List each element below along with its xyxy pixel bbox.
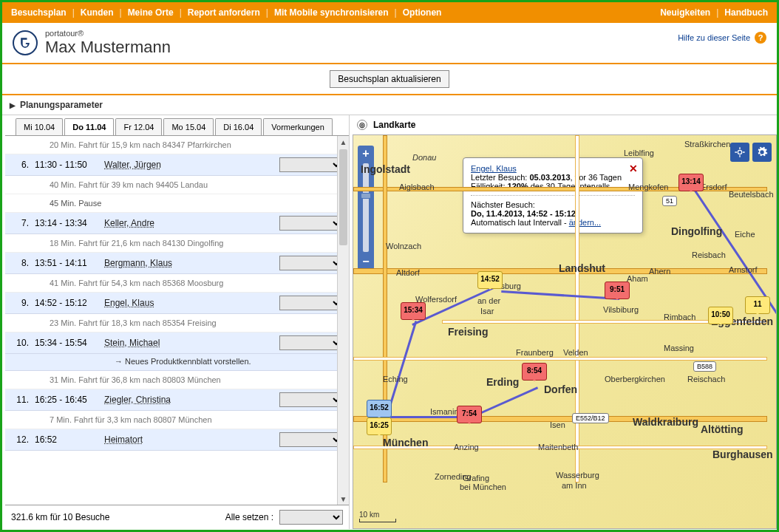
city-label: Reischach	[687, 375, 725, 383]
planning-params-toggle[interactable]: ▶ Planungsparameter	[2, 95, 777, 115]
drive-row: 20 Min. Fahrt für 15,9 km nach 84347 Pfa…	[5, 136, 349, 154]
visit-time: 16:52	[35, 434, 98, 445]
customer-link[interactable]: Keller, Andre	[104, 218, 154, 228]
visit-action-select[interactable]	[279, 216, 343, 231]
city-label: Arnstorf	[729, 265, 758, 274]
scroll-up-icon[interactable]: ▲	[338, 136, 349, 148]
city-label: Aham	[627, 274, 648, 283]
customer-link[interactable]: Bergmann, Klaus	[104, 258, 172, 268]
city-label: Beutelsbach	[729, 190, 774, 199]
gear-icon[interactable]	[752, 143, 772, 162]
popup-close-icon[interactable]: ✕	[629, 163, 638, 174]
map-title: Landkarte	[373, 120, 415, 130]
tab-do-11-04[interactable]: Do 11.04	[64, 118, 114, 135]
city-label: Straßkirchen	[684, 140, 730, 149]
update-plan-button[interactable]: Besuchsplan aktualisieren	[330, 70, 449, 88]
nav-report-anfordern[interactable]: Report anfordern	[188, 7, 260, 18]
map[interactable]: + − ✕ Engel, Klaus Letzter Besuch: 05.03…	[353, 134, 777, 529]
nav-kunden[interactable]: Kunden	[81, 7, 114, 18]
tab-vormerkungen[interactable]: Vormerkungen	[263, 118, 333, 135]
map-marker[interactable]: 13:14	[678, 174, 704, 191]
city-label: Wasserburg	[556, 471, 599, 480]
visit-num: 8.	[11, 258, 29, 268]
visit-row: 9.14:52 - 15:12Engel, Klaus	[5, 293, 349, 314]
visit-row: 6.11:30 - 11:50Walter, Jürgen	[5, 154, 349, 176]
city-label: Mengkofen	[628, 183, 668, 191]
map-marker[interactable]: 14:52	[477, 271, 503, 289]
road-badge: E552/B12	[572, 413, 609, 423]
zoom-thumb[interactable]	[361, 193, 371, 199]
customer-link[interactable]: Engel, Klaus	[104, 298, 154, 308]
city-label: Freising	[448, 326, 488, 338]
visit-action-select[interactable]	[279, 335, 343, 350]
map-marker[interactable]: 7:54	[457, 406, 482, 423]
visit-time: 13:14 - 13:34	[35, 218, 98, 228]
nav-optionen[interactable]: Optionen	[403, 7, 442, 18]
city-label: Anzing	[454, 443, 479, 451]
popup-change-link[interactable]: ändern...	[569, 218, 601, 227]
help-icon[interactable]: ?	[755, 32, 766, 44]
map-marker[interactable]: 15:34	[401, 302, 426, 320]
scroll-thumb[interactable]	[339, 149, 347, 245]
pause-row: 45 Min. Pause	[5, 194, 349, 213]
help-link[interactable]: Hilfe zu dieser Seite	[678, 33, 750, 42]
drive-row: 40 Min. Fahrt für 39 km nach 94405 Landa…	[5, 176, 349, 194]
visit-num: 10.	[11, 338, 29, 348]
zoom-out-button[interactable]: −	[358, 255, 374, 268]
nav-neuigkeiten[interactable]: Neuigkeiten	[660, 7, 710, 18]
nav-meine-orte[interactable]: Meine Orte	[128, 7, 174, 18]
map-marker[interactable]: 16:52	[367, 400, 392, 417]
visit-row: 10.15:34 - 15:54Stein, Michael	[5, 332, 349, 354]
map-marker[interactable]: 11	[745, 296, 770, 314]
summary-label: 321.6 km für 10 Besuche	[11, 512, 220, 522]
top-nav: Besuchsplan|Kunden|Meine Orte|Report anf…	[2, 2, 777, 23]
nav-handbuch[interactable]: Handbuch	[724, 7, 768, 18]
map-marker[interactable]: 8:54	[522, 363, 547, 381]
visit-num: 6.	[11, 160, 29, 170]
zoom-in-button[interactable]: +	[358, 147, 374, 160]
drive-row: 7 Min. Fahrt für 3,3 km nach 80807 Münch…	[5, 411, 349, 429]
customer-link[interactable]: Ziegler, Christina	[104, 395, 171, 405]
drive-row: 18 Min. Fahrt für 21,6 km nach 84130 Din…	[5, 234, 349, 253]
scrollbar[interactable]: ▲ ▼	[337, 136, 349, 505]
customer-link[interactable]: Walter, Jürgen	[104, 160, 161, 170]
scroll-down-icon[interactable]: ▼	[338, 493, 349, 505]
visit-num: 9.	[11, 298, 29, 308]
day-tabs: Mi 10.04Do 11.04Fr 12.04Mo 15.04Di 16.04…	[5, 118, 349, 135]
city-label: bei München	[460, 482, 506, 491]
popup-customer-link[interactable]: Engel, Klaus	[471, 164, 517, 173]
visit-time: 14:52 - 15:12	[35, 298, 98, 308]
map-target-icon[interactable]: ◎	[357, 120, 367, 130]
tab-mo-15-04[interactable]: Mo 15.04	[163, 118, 214, 135]
map-marker[interactable]: 16:25	[367, 417, 392, 435]
nav-mit-mobile-synchronisieren[interactable]: Mit Mobile synchronisieren	[274, 7, 389, 18]
marker-popup: ✕ Engel, Klaus Letzter Besuch: 05.03.201…	[463, 157, 643, 233]
customer-link[interactable]: Heimatort	[104, 434, 143, 445]
city-label: Erding	[486, 376, 519, 388]
visit-row: 11.16:25 - 16:45Ziegler, Christina	[5, 389, 349, 411]
map-marker[interactable]: 10:50	[708, 307, 733, 324]
schedule-list: 20 Min. Fahrt für 15,9 km nach 84347 Pfa…	[5, 135, 349, 505]
city-label: Altötting	[701, 423, 744, 435]
tab-fr-12-04[interactable]: Fr 12.04	[115, 118, 162, 135]
visit-action-select[interactable]	[279, 157, 343, 172]
zoom-track[interactable]	[363, 163, 369, 252]
city-label: Reisbach	[692, 250, 726, 259]
map-marker[interactable]: 9:51	[605, 282, 630, 299]
tab-mi-10-04[interactable]: Mi 10.04	[16, 118, 63, 135]
city-label: Eiche	[735, 230, 755, 239]
set-all-label: Alle setzen :	[225, 512, 273, 522]
locate-icon[interactable]	[730, 143, 749, 162]
city-label: Donau	[412, 153, 436, 162]
set-all-select[interactable]	[279, 510, 343, 525]
visit-action-select[interactable]	[279, 392, 343, 407]
visit-action-select[interactable]	[279, 296, 343, 310]
road-badge: 51	[662, 196, 677, 206]
params-label: Planungsparameter	[20, 100, 103, 110]
road-badge: B588	[693, 361, 716, 372]
customer-link[interactable]: Stein, Michael	[104, 338, 160, 348]
visit-action-select[interactable]	[279, 432, 343, 447]
tab-di-16-04[interactable]: Di 16.04	[215, 118, 262, 135]
nav-besuchsplan[interactable]: Besuchsplan	[11, 7, 67, 18]
visit-action-select[interactable]	[279, 256, 343, 270]
